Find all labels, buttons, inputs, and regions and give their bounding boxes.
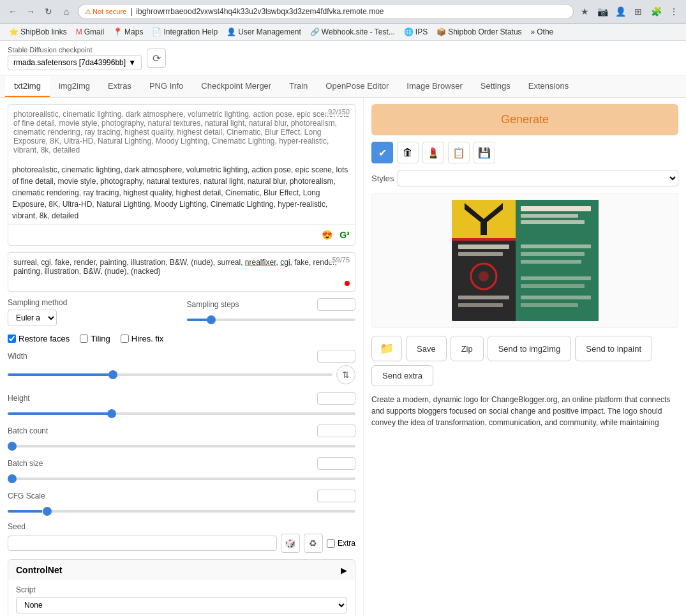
bookmark-user-management[interactable]: 👤 User Management — [223, 26, 305, 38]
extensions-button[interactable]: 🧩 — [649, 4, 663, 19]
height-slider[interactable] — [8, 412, 355, 415]
swap-dimensions-button[interactable]: ⇅ — [336, 365, 355, 384]
integration-icon: 📄 — [152, 27, 161, 36]
batch-count-header: Batch count 1 — [8, 424, 355, 437]
batch-size-slider[interactable] — [8, 477, 355, 480]
tab-extensions[interactable]: Extensions — [519, 76, 578, 97]
sampling-row: Sampling method Euler a Sampling steps 2… — [8, 298, 355, 326]
tab-train[interactable]: Train — [280, 76, 317, 97]
positive-prompt-box: 92/150 photorealistic, cinematic lightin… — [8, 104, 355, 246]
height-input[interactable]: 648 — [317, 392, 355, 405]
bookmark-shipbob[interactable]: ⭐ ShipBob links — [5, 26, 71, 38]
refresh-checkpoint-button[interactable]: ⟳ — [147, 49, 166, 68]
camera-button[interactable]: 📷 — [595, 4, 609, 19]
tab-settings[interactable]: Settings — [472, 76, 519, 97]
cfg-scale-input[interactable]: 3.5 — [317, 490, 355, 502]
controlnet-section: ControlNet ▶ Script None — [8, 559, 355, 616]
webhook-icon: 🔗 — [310, 27, 320, 36]
positive-prompt-text: photorealistic, cinematic lighting, dark… — [12, 165, 348, 220]
positive-prompt-input[interactable] — [8, 105, 355, 160]
forward-button[interactable]: → — [23, 4, 38, 19]
checkpoint-select[interactable]: rmada.safetensors [7da43996bb] ▼ — [8, 55, 142, 70]
height-header: Height 648 — [8, 392, 355, 405]
batch-size-header: Batch size 1 — [8, 457, 355, 470]
restore-faces-label: Restore faces — [19, 334, 70, 343]
restore-faces-checkbox-item[interactable]: Restore faces — [8, 334, 70, 343]
controlnet-header[interactable]: ControlNet ▶ — [8, 560, 355, 580]
bookmark-other[interactable]: » Othe — [527, 26, 558, 38]
send-to-img2img-button[interactable]: Send to img2img — [488, 336, 572, 361]
send-to-inpaint-button[interactable]: Send to inpaint — [575, 336, 652, 361]
tiling-checkbox[interactable] — [80, 334, 88, 343]
width-slider[interactable] — [8, 373, 332, 376]
send-extra-button[interactable]: Send extra — [371, 365, 433, 386]
script-select[interactable]: None — [16, 597, 347, 613]
style-icon-button[interactable]: 💄 — [422, 142, 444, 163]
sampling-steps-input[interactable]: 20 — [317, 298, 355, 311]
bookmark-icon: ⭐ — [9, 27, 19, 36]
tabs-bar: txt2img img2img Extras PNG Info Checkpoi… — [0, 76, 686, 98]
back-button[interactable]: ← — [5, 4, 20, 19]
tab-img2img[interactable]: img2img — [50, 76, 99, 97]
menu-button[interactable]: ⋮ — [667, 4, 681, 19]
emoji-button[interactable]: 😍 — [319, 227, 334, 243]
app: Stable Diffusion checkpoint rmada.safete… — [0, 41, 686, 616]
reload-button[interactable]: ↻ — [41, 4, 56, 19]
tab-extras[interactable]: Extras — [99, 76, 140, 97]
check-icon-button[interactable]: ✔ — [371, 142, 393, 163]
save-icon-button[interactable]: 💾 — [473, 142, 495, 163]
tab-txt2img[interactable]: txt2img — [5, 76, 50, 97]
zip-button[interactable]: Zip — [451, 336, 484, 361]
folder-button[interactable]: 📁 — [371, 336, 402, 361]
generate-button[interactable]: Generate — [371, 104, 678, 135]
address-bar[interactable]: ⚠ Not secure | ibghrowrrrbaeood2vxwst4hq… — [78, 4, 574, 19]
trash-icon-button[interactable]: 🗑 — [397, 142, 419, 163]
user-mgmt-icon: 👤 — [227, 27, 236, 36]
bookmark-shipbob-order[interactable]: 📦 Shipbob Order Status — [433, 26, 525, 38]
batch-count-input[interactable]: 1 — [317, 424, 355, 437]
dice-button[interactable]: 🎲 — [281, 534, 300, 553]
svg-rect-4 — [521, 206, 591, 211]
bookmark-ips[interactable]: 🌐 IPS — [400, 26, 431, 38]
bookmark-gmail[interactable]: M Gmail — [72, 26, 108, 38]
negative-prompt-box: 59/75 surreal, cgi, fake, render, painti… — [8, 252, 355, 292]
bookmark-integration-help[interactable]: 📄 Integration Help — [148, 26, 221, 38]
styles-select[interactable] — [398, 170, 678, 186]
tab-openpose[interactable]: OpenPose Editor — [317, 76, 398, 97]
home-button[interactable]: ⌂ — [59, 4, 74, 19]
bookmark-webhook[interactable]: 🔗 Webhook.site - Test... — [306, 26, 399, 38]
grammar-button[interactable]: G³ — [337, 227, 352, 243]
bookmark-star-button[interactable]: ★ — [578, 4, 592, 19]
svg-rect-18 — [521, 284, 585, 288]
main-content: 92/150 photorealistic, cinematic lightin… — [0, 98, 686, 616]
tab-checkpoint-merger[interactable]: Checkpoint Merger — [192, 76, 280, 97]
sampling-steps-slider[interactable] — [187, 319, 356, 321]
apps-button[interactable]: ⊞ — [631, 4, 645, 19]
extra-checkbox-item[interactable]: Extra — [327, 539, 355, 548]
restore-faces-checkbox[interactable] — [8, 334, 16, 343]
sampling-method-label: Sampling method — [8, 298, 177, 307]
tiling-checkbox-item[interactable]: Tiling — [80, 334, 110, 343]
seed-input[interactable]: -1 — [8, 536, 277, 551]
hires-fix-checkbox[interactable] — [121, 334, 129, 343]
svg-rect-15 — [521, 252, 585, 256]
svg-rect-20 — [521, 303, 578, 307]
browser-bar: ← → ↻ ⌂ ⚠ Not secure | ibghrowrrrbaeood2… — [0, 0, 686, 24]
sampling-method-select[interactable]: Euler a — [8, 310, 57, 326]
bookmark-maps[interactable]: 📍 Maps — [109, 26, 147, 38]
batch-count-slider[interactable] — [8, 445, 355, 447]
recycle-button[interactable]: ♻ — [304, 534, 323, 553]
extra-checkbox[interactable] — [327, 539, 335, 548]
svg-rect-8 — [458, 244, 509, 249]
cfg-scale-slider[interactable] — [8, 510, 355, 513]
tab-png-info[interactable]: PNG Info — [140, 76, 192, 97]
width-section: Width 696 ⇅ — [8, 350, 355, 384]
tab-image-browser[interactable]: Image Browser — [398, 76, 471, 97]
width-input[interactable]: 696 — [317, 350, 355, 363]
profile-button[interactable]: 👤 — [613, 4, 627, 19]
cfg-scale-section: CFG Scale 3.5 — [8, 490, 355, 515]
batch-size-input[interactable]: 1 — [317, 457, 355, 470]
save-button[interactable]: Save — [406, 336, 447, 361]
hires-fix-checkbox-item[interactable]: Hires. fix — [121, 334, 164, 343]
paste-icon-button[interactable]: 📋 — [448, 142, 470, 163]
